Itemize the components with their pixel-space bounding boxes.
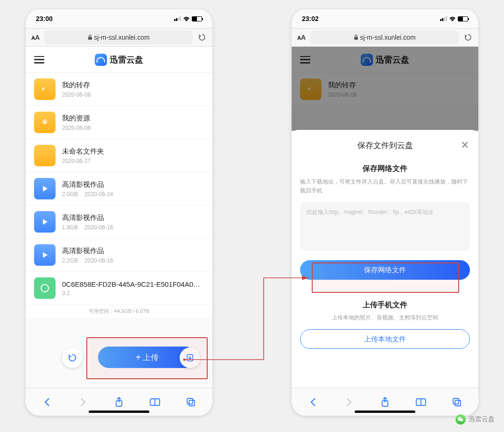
svg-point-11 <box>183 359 186 361</box>
annotation-arrow <box>0 0 504 432</box>
